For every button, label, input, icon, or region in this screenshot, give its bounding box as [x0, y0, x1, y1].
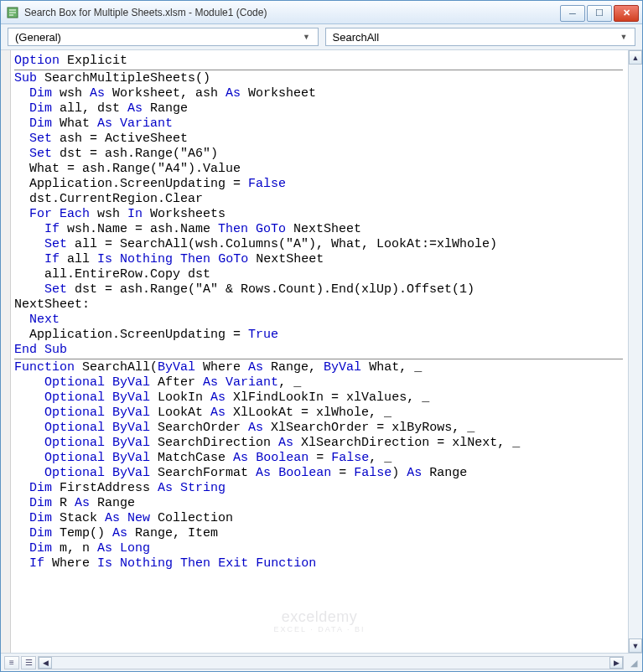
- chevron-down-icon: ▼: [299, 29, 314, 44]
- watermark: exceldemy EXCEL · DATA · BI: [274, 609, 366, 634]
- scroll-left-icon[interactable]: ◀: [39, 657, 52, 669]
- titlebar[interactable]: Search Box for Multiple Sheets.xlsm - Mo…: [1, 1, 642, 24]
- horizontal-scrollbar[interactable]: ◀ ▶: [38, 656, 624, 669]
- scroll-track[interactable]: [629, 65, 642, 638]
- procedure-dropdown[interactable]: SearchAll ▼: [325, 28, 636, 46]
- chevron-down-icon: ▼: [616, 29, 631, 44]
- procedure-dropdown-text: SearchAll: [333, 31, 617, 44]
- procedure-view-icon[interactable]: ≡: [4, 656, 19, 669]
- vba-module-icon: [6, 6, 19, 19]
- vba-code-window: Search Box for Multiple Sheets.xlsm - Mo…: [0, 0, 643, 672]
- statusbar: ≡ ☰ ◀ ▶ ◢: [1, 653, 642, 671]
- minimize-button[interactable]: ─: [560, 5, 585, 22]
- code-editor[interactable]: Option Explicit Sub SearchMultipleSheets…: [11, 50, 628, 653]
- window-title: Search Box for Multiple Sheets.xlsm - Mo…: [24, 7, 560, 18]
- margin-indicator-bar[interactable]: [1, 50, 11, 653]
- object-dropdown[interactable]: (General) ▼: [8, 28, 319, 46]
- scroll-down-icon[interactable]: ▼: [629, 638, 642, 653]
- full-module-view-icon[interactable]: ☰: [21, 656, 36, 669]
- code-text[interactable]: Option Explicit Sub SearchMultipleSheets…: [11, 50, 628, 575]
- object-procedure-row: (General) ▼ SearchAll ▼: [1, 24, 642, 50]
- maximize-button[interactable]: ☐: [587, 5, 612, 22]
- window-buttons: ─ ☐ ✕: [560, 3, 642, 22]
- scroll-up-icon[interactable]: ▲: [629, 50, 642, 65]
- code-area: Option Explicit Sub SearchMultipleSheets…: [1, 50, 642, 653]
- object-dropdown-text: (General): [15, 31, 299, 44]
- scroll-right-icon[interactable]: ▶: [609, 657, 623, 669]
- resize-grip-icon[interactable]: ◢: [625, 656, 639, 669]
- vertical-scrollbar[interactable]: ▲ ▼: [628, 50, 642, 653]
- close-button[interactable]: ✕: [614, 5, 639, 22]
